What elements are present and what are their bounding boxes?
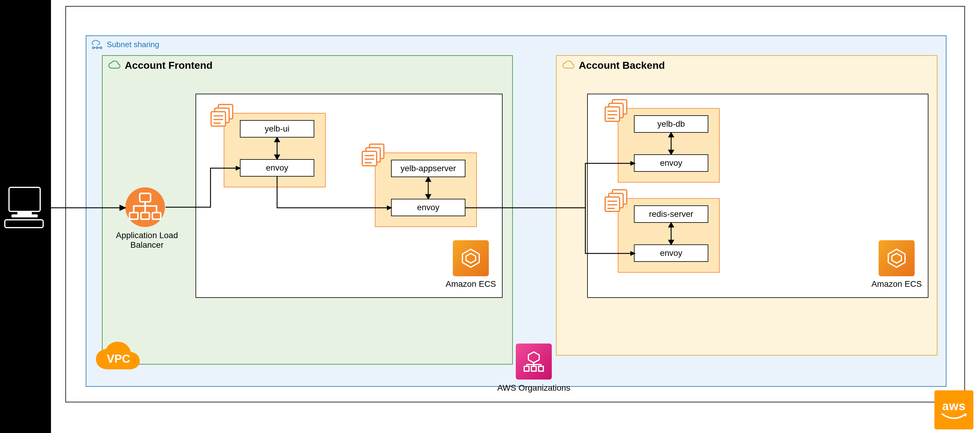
svg-rect-46	[5, 220, 43, 228]
account-backend-title-bar: Account Backend	[557, 56, 670, 75]
svg-marker-59	[387, 205, 392, 210]
svg-point-2	[100, 47, 102, 49]
envoy-backend-2-label: envoy	[660, 248, 682, 258]
yelb-appserver-label: yelb-appserver	[400, 164, 456, 173]
svg-marker-58	[236, 166, 241, 171]
vpc-badge: VPC	[93, 339, 144, 375]
aws-orgs-icon	[516, 344, 552, 380]
arrow-envoy1-envoy2	[275, 177, 393, 211]
yelb-ui-box: yelb-ui	[240, 120, 314, 137]
envoy-backend-1-box: envoy	[634, 154, 708, 172]
envoy-frontend-1-box: envoy	[240, 159, 314, 177]
arrow-client-alb	[45, 205, 126, 211]
svg-marker-41	[888, 249, 905, 267]
arrow-envoy2-backend1	[465, 161, 636, 213]
arrow-redis-envoy	[668, 223, 675, 244]
svg-point-0	[92, 47, 94, 49]
account-frontend-title: Account Frontend	[125, 59, 213, 71]
cloud-icon-backend	[562, 58, 575, 72]
yelb-appserver-box: yelb-appserver	[391, 160, 465, 177]
svg-marker-39	[462, 249, 479, 267]
task-frontend-2-stack-icon	[360, 142, 386, 168]
arrow-yelbui-envoy	[274, 137, 281, 159]
svg-marker-60	[630, 161, 636, 166]
yelb-db-label: yelb-db	[657, 119, 685, 129]
arrow-appserver-envoy	[425, 177, 432, 199]
svg-rect-44	[18, 211, 32, 214]
svg-marker-61	[630, 251, 636, 256]
subnet-sharing-icon	[91, 38, 103, 50]
svg-rect-53	[524, 366, 529, 371]
svg-marker-20	[426, 195, 431, 199]
arrow-envoy2-backend2	[584, 208, 636, 258]
redis-server-label: redis-server	[649, 209, 693, 219]
aws-logo: aws	[934, 390, 974, 430]
aws-orgs-label: AWS Organizations	[492, 383, 576, 393]
svg-marker-28	[669, 133, 673, 137]
aws-logo-text: aws	[942, 399, 966, 413]
subnet-sharing-title-bar: Subnet sharing	[86, 36, 164, 53]
amazon-ecs-label-backend: Amazon ECS	[867, 279, 927, 289]
amazon-ecs-icon-frontend	[453, 240, 489, 276]
subnet-sharing-label: Subnet sharing	[107, 40, 159, 49]
redis-server-box: redis-server	[634, 205, 708, 223]
amazon-ecs-label-frontend: Amazon ECS	[441, 279, 501, 289]
svg-marker-11	[275, 155, 280, 159]
svg-rect-55	[539, 366, 543, 371]
envoy-frontend-2-label: envoy	[417, 203, 440, 212]
svg-marker-57	[120, 205, 125, 210]
cloud-icon-frontend	[107, 58, 121, 72]
amazon-ecs-icon-backend	[879, 240, 915, 276]
svg-marker-38	[669, 240, 673, 244]
svg-marker-40	[466, 253, 476, 263]
svg-marker-19	[426, 177, 431, 181]
alb-icon	[124, 186, 166, 228]
alb-label: Application Load Balancer	[99, 231, 195, 250]
envoy-backend-2-box: envoy	[634, 244, 708, 262]
svg-rect-43	[9, 187, 40, 211]
account-backend-title: Account Backend	[579, 59, 665, 71]
yelb-db-box: yelb-db	[634, 115, 708, 133]
svg-rect-45	[11, 214, 38, 217]
envoy-frontend-2-box: envoy	[391, 199, 465, 216]
svg-marker-42	[892, 253, 901, 263]
yelb-ui-label: yelb-ui	[265, 124, 290, 134]
envoy-frontend-1-label: envoy	[266, 163, 288, 173]
client-icon	[3, 185, 45, 230]
task-backend-1-stack-icon	[603, 98, 629, 124]
svg-marker-10	[275, 137, 280, 142]
svg-rect-54	[531, 366, 536, 371]
envoy-backend-1-label: envoy	[660, 158, 682, 168]
svg-point-1	[96, 47, 98, 49]
svg-marker-29	[669, 150, 673, 154]
account-frontend-title-bar: Account Frontend	[103, 56, 217, 75]
task-frontend-1-stack-icon	[209, 103, 235, 128]
svg-marker-37	[669, 223, 673, 227]
svg-text:VPC: VPC	[107, 353, 130, 365]
arrow-yelbdb-envoy	[668, 133, 675, 154]
arrow-alb-envoy1	[165, 166, 242, 211]
